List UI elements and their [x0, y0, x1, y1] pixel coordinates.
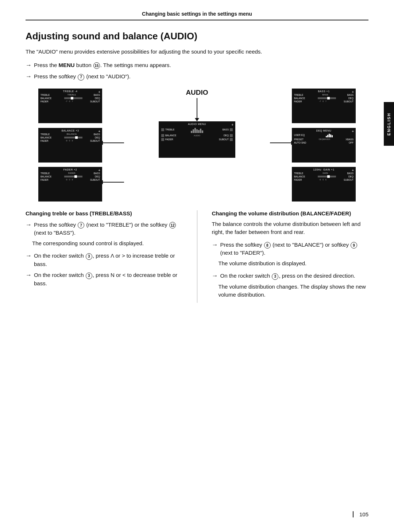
screen-bot-left: FADER +2 + TREBLEFADERBASS BALANCE DEQ F…	[38, 167, 102, 202]
arrow-icon-l2: →	[26, 251, 32, 261]
arrow-icon-r1: →	[212, 240, 218, 250]
bullet2-text: Press the softkey 7 (next to "AUDIO").	[34, 73, 131, 81]
left-arrow-balance	[102, 142, 124, 143]
right-item-2: → On the rocker switch 3, press on the d…	[212, 271, 369, 281]
circle-12: 12	[169, 222, 176, 228]
english-label: ENGLISH	[387, 113, 391, 136]
circle-7a: 7	[78, 222, 84, 228]
circle-7: 7	[78, 74, 84, 81]
bullet1-text: Press the MENU button 15. The settings m…	[34, 61, 171, 70]
right-arrow-deq	[270, 142, 292, 143]
left-arrow-fader	[102, 182, 124, 183]
left-item-3-text: On the rocker switch 3, press Ν or < to …	[34, 271, 182, 287]
left-item-3: → On the rocker switch 3, press Ν or < t…	[26, 270, 182, 287]
content-area: Changing basic settings in the settings …	[0, 0, 394, 317]
bullet-item-2: → Press the softkey 7 (next to "AUDIO").	[26, 72, 368, 81]
left-indent-1: The corresponding sound control is displ…	[32, 239, 182, 248]
diagrams-area: TREBLE -4 + TREBLETREBLEBASS BALANCE DEQ	[26, 89, 368, 202]
left-item-1: → Press the softkey 7 (next to "TREBLE")…	[26, 220, 182, 237]
diagrams-inner: TREBLE -4 + TREBLETREBLEBASS BALANCE DEQ	[38, 89, 356, 202]
right-item-1: → Press the softkey 8 (next to "BALANCE"…	[212, 240, 369, 257]
screen-top-right: BASS +1 + TREBLEBASSBASS BALANCE DEQ FAD…	[292, 89, 356, 123]
arrow-icon-2: →	[26, 72, 32, 81]
left-item-2: → On the rocker switch 3, press Λ or > t…	[26, 251, 182, 268]
arrow-icon-l1: →	[26, 220, 32, 230]
intro-paragraph: The "AUDIO" menu provides extensive poss…	[26, 48, 368, 56]
left-item-2-text: On the rocker switch 3, press Λ or > to …	[34, 252, 182, 268]
screen-mid-left: BALANCE +3 + TREBLEBALANCEBASS BALANCE D…	[38, 128, 102, 163]
screen-center: AUDIO MENU + TREBLE	[159, 121, 235, 158]
audio-label: AUDIO	[186, 89, 208, 97]
header-title: Changing basic settings in the settings …	[142, 11, 252, 17]
column-divider	[197, 210, 197, 303]
right-item-1-text: Press the softkey 8 (next to "BALANCE") …	[220, 241, 369, 257]
page-container: ENGLISH Changing basic settings in the s…	[0, 0, 394, 532]
arrow-icon-1: →	[26, 60, 32, 70]
arrow-icon-r2: →	[212, 271, 218, 281]
bullet-item-1: → Press the MENU button 15. The settings…	[26, 60, 368, 70]
english-tab: ENGLISH	[384, 102, 394, 146]
right-indent-1: The volume distribution is displayed.	[219, 259, 369, 268]
screen-bot-right: 120Hz GAIN +1 + TREBLEGAINBASS BALANCE D…	[292, 167, 356, 202]
left-section-title: Changing treble or bass (TREBLE/BASS)	[26, 210, 182, 216]
main-title: Adjusting sound and balance (AUDIO)	[26, 31, 368, 42]
down-arrow	[195, 98, 199, 121]
circle-9: 9	[351, 242, 357, 249]
page-footer: 105	[353, 511, 368, 517]
page-number: 105	[359, 511, 368, 517]
circle-15: 15	[93, 62, 100, 69]
screen-mid-right: DEQ MENU + USER EQ	[292, 128, 356, 163]
circle-3c: 3	[272, 273, 278, 280]
circle-8: 8	[264, 242, 271, 249]
left-item-1-text: Press the softkey 7 (next to "TREBLE") o…	[34, 221, 182, 237]
two-column-section: Changing treble or bass (TREBLE/BASS) → …	[26, 210, 368, 303]
right-indent-2: The volume distribution changes. The dis…	[219, 283, 369, 299]
arrow-icon-l3: →	[26, 270, 32, 280]
circle-3b: 3	[86, 273, 92, 279]
right-item-2-text: On the rocker switch 3, press on the des…	[220, 272, 355, 280]
left-column: Changing treble or bass (TREBLE/BASS) → …	[26, 210, 182, 303]
right-section-title: Changing the volume distribution (BALANC…	[212, 210, 369, 216]
right-intro: The balance controls the volume distribu…	[212, 220, 369, 236]
right-column: Changing the volume distribution (BALANC…	[212, 210, 369, 303]
screen-top-left: TREBLE -4 + TREBLETREBLEBASS BALANCE DEQ	[38, 89, 102, 123]
circle-3a: 3	[86, 253, 92, 260]
page-header: Changing basic settings in the settings …	[26, 11, 368, 20]
